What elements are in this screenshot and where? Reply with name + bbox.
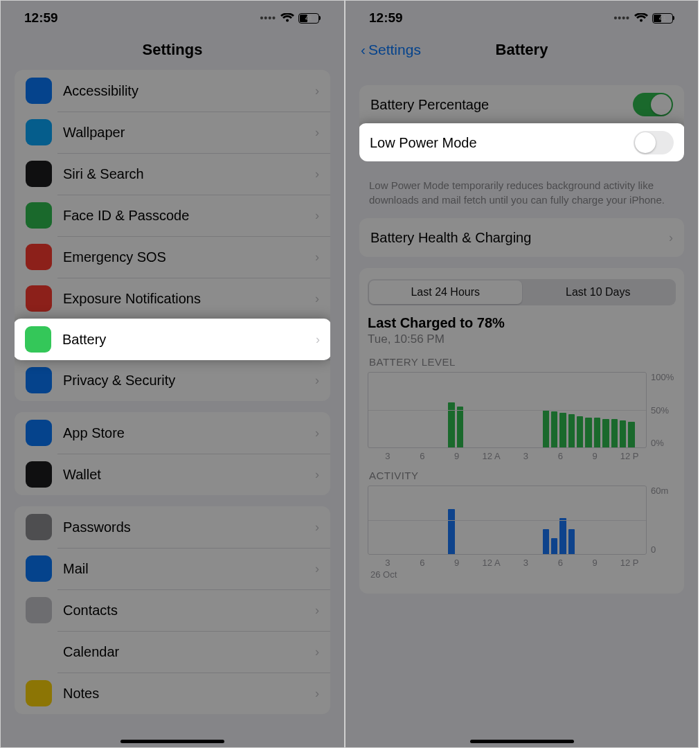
settings-screen: 12:59 •••• 41 Settings Accessibility›Wal… [0,0,345,748]
chevron-right-icon: › [315,84,319,98]
settings-row-passwords[interactable]: Passwords› [15,506,330,548]
row-label: Battery Percentage [370,97,633,113]
chart-title: ACTIVITY [369,470,676,481]
chart-bar [568,414,575,447]
row-low-power-mode[interactable]: Low Power Mode [359,123,684,161]
settings-group: Passwords›Mail›Contacts›Calendar›Notes› [15,506,330,714]
accessibility-icon [26,78,52,104]
settings-row-wallpaper[interactable]: Wallpaper› [15,112,330,153]
chart-date-label: 26 Oct [368,568,676,580]
wifi-icon [280,13,294,23]
chevron-right-icon: › [315,562,319,576]
back-button[interactable]: ‹ Settings [361,42,421,58]
chevron-right-icon: › [315,603,319,618]
nav-header: Settings [1,33,344,67]
chevron-right-icon: › [315,645,319,659]
settings-row-app-store[interactable]: App Store› [15,412,330,454]
row-label: Exposure Notifications [63,291,315,307]
chart-bar [611,419,618,447]
chart-bar [551,538,557,554]
row-label: Battery Health & Charging [370,230,669,246]
settings-row-battery[interactable]: Battery› [15,319,330,360]
status-time: 12:59 [369,10,403,26]
row-label: Face ID & Passcode [63,208,315,224]
status-bar: 12:59 •••• 41 [1,1,344,33]
battery-icon: 41 [298,13,321,24]
settings-row-exposure[interactable]: Exposure Notifications› [15,278,330,319]
chevron-right-icon: › [315,208,319,223]
app-store-icon [26,420,52,446]
battery-screen: 12:59 •••• 41 ‹ Settings Battery Battery… [345,0,699,748]
chart-bar [448,402,454,447]
nav-header: ‹ Settings Battery [345,33,698,67]
wifi-icon [634,13,648,23]
chevron-right-icon: › [316,332,320,347]
row-battery-health[interactable]: Battery Health & Charging › [359,218,684,257]
chart-bar [577,416,583,447]
chevron-right-icon: › [315,467,319,482]
page-title: Battery [496,41,548,59]
cell-signal-icon: •••• [613,12,630,24]
battery-icon [25,326,51,353]
time-range-segmented[interactable]: Last 24 Hours Last 10 Days [368,279,676,305]
row-label: Accessibility [63,83,315,99]
chart-bar [551,411,557,447]
siri-search-icon [26,161,52,187]
faceid-icon [26,202,52,229]
chevron-right-icon: › [315,292,319,306]
row-label: Battery [62,332,316,348]
seg-last-24h[interactable]: Last 24 Hours [369,280,522,304]
row-label: App Store [63,425,315,441]
last-charged-heading: Last Charged to 78% [359,315,684,331]
calendar-icon [26,639,52,665]
chevron-right-icon: › [315,520,319,535]
chevron-right-icon: › [315,373,319,388]
status-time: 12:59 [24,10,58,26]
home-indicator[interactable] [470,740,574,743]
settings-row-faceid[interactable]: Face ID & Passcode› [15,195,330,236]
low-power-mode-description: Low Power Mode temporarily reduces backg… [345,172,698,207]
settings-row-calendar[interactable]: Calendar› [15,631,330,673]
notes-icon [26,680,52,706]
settings-row-emergency-sos[interactable]: Emergency SOS› [15,236,330,278]
chart-bar [543,529,549,554]
chart-bar [568,529,575,554]
toggle-battery-percentage[interactable] [633,93,673,116]
settings-row-wallet[interactable]: Wallet› [15,454,330,495]
row-label: Low Power Mode [370,135,634,151]
back-label: Settings [368,42,421,58]
row-label: Notes [63,686,315,702]
chart-bar [448,509,454,554]
settings-row-privacy[interactable]: Privacy & Security› [15,359,330,401]
chart-bar [457,407,463,447]
chevron-right-icon: › [315,250,319,265]
battery-icon: 41 [652,13,674,24]
page-title: Settings [143,41,203,59]
chevron-right-icon: › [669,231,673,245]
home-indicator[interactable] [120,740,224,743]
chart-bar [585,418,591,447]
seg-last-10d[interactable]: Last 10 Days [522,280,675,304]
settings-row-mail[interactable]: Mail› [15,548,330,589]
row-label: Mail [63,561,315,577]
chart-bar [628,422,634,447]
chevron-right-icon: › [315,125,319,140]
row-label: Privacy & Security [63,373,315,389]
chart-bar [620,420,626,447]
chart-bar [543,410,549,447]
settings-row-notes[interactable]: Notes› [15,673,330,714]
row-battery-percentage[interactable]: Battery Percentage [359,85,684,124]
chart-bar [602,419,609,447]
chevron-left-icon: ‹ [361,42,366,58]
exposure-icon [26,285,52,312]
settings-row-siri-search[interactable]: Siri & Search› [15,153,330,195]
status-bar: 12:59 •••• 41 [345,1,698,33]
chart-bar [559,518,566,554]
row-label: Emergency SOS [63,249,315,265]
row-label: Contacts [63,603,315,618]
chevron-right-icon: › [315,167,319,181]
settings-row-contacts[interactable]: Contacts› [15,589,330,631]
toggle-low-power-mode[interactable] [634,131,674,154]
settings-row-accessibility[interactable]: Accessibility› [15,70,330,112]
wallet-icon [26,461,52,488]
